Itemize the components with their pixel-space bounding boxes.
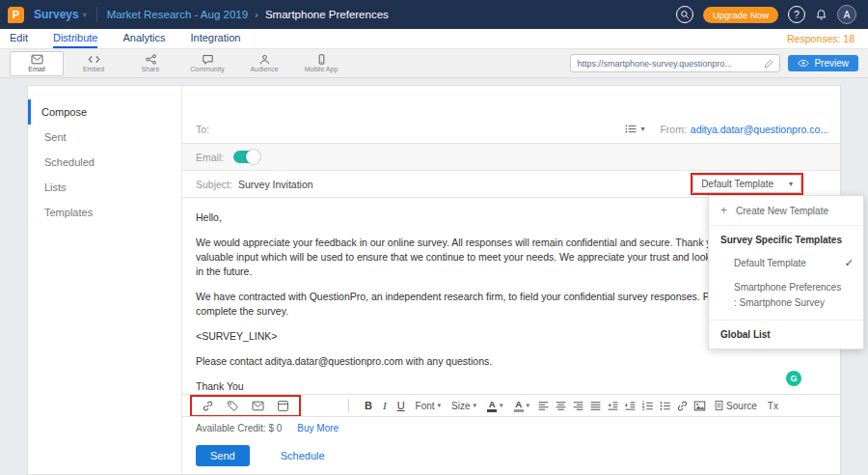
caret-down-icon[interactable]: ▾ xyxy=(640,125,644,133)
italic-button[interactable]: I xyxy=(380,400,390,411)
merge-field-icon[interactable] xyxy=(227,400,239,412)
breadcrumb-survey-group[interactable]: Market Research - Aug 2019 xyxy=(107,9,248,20)
subject-input[interactable]: Survey Invitation xyxy=(238,179,313,190)
avatar[interactable]: A xyxy=(837,5,856,24)
available-credit-label: Available Credit: $ 0 xyxy=(196,423,282,433)
bell-icon[interactable] xyxy=(815,9,827,21)
bg-color-button[interactable]: A▾ xyxy=(511,400,533,412)
from-email[interactable]: aditya.datar@questionpro.co... xyxy=(691,124,828,135)
check-icon: ✓ xyxy=(845,257,854,269)
template-menu: + Create New Template Survey Specific Te… xyxy=(708,195,864,349)
create-template-label: Create New Template xyxy=(736,206,828,216)
channel-tab-label: Community xyxy=(190,66,224,72)
help-icon[interactable]: ? xyxy=(788,6,805,23)
template-dropdown[interactable]: Default Template ▾ xyxy=(692,175,801,193)
caret-down-icon: ▾ xyxy=(474,402,477,409)
questionpro-logo[interactable]: P xyxy=(8,7,24,23)
body-paragraph: Please contact aditya.datar@questionpro.… xyxy=(196,354,821,369)
app-window: P Surveys ▾ Market Research - Aug 2019 ›… xyxy=(0,0,868,475)
source-button[interactable]: Source xyxy=(711,400,760,411)
bold-button[interactable]: B xyxy=(362,400,375,411)
to-input[interactable] xyxy=(209,115,624,143)
toggle-knob xyxy=(246,150,260,164)
insert-link-icon[interactable] xyxy=(202,400,214,412)
sidebar-item-templates[interactable]: Templates xyxy=(28,200,181,225)
menu-item-default-template[interactable]: Default Template ✓ xyxy=(709,250,863,276)
underline-button[interactable]: U xyxy=(394,400,408,411)
channel-tab-email[interactable]: Email xyxy=(10,51,64,76)
search-icon[interactable] xyxy=(676,6,693,23)
indent-icon[interactable] xyxy=(624,400,637,412)
channel-tab-share[interactable]: Share xyxy=(123,50,177,77)
survey-url-field[interactable]: https://smartphone-survey.questionpro... xyxy=(570,54,780,72)
to-row: To: ▾ From: aditya.datar@questionpro.co.… xyxy=(182,115,840,144)
from-label: From: xyxy=(660,124,686,135)
insert-template-icon[interactable] xyxy=(277,400,289,412)
grammarly-icon[interactable]: G xyxy=(786,371,801,386)
menu-analytics[interactable]: Analytics xyxy=(122,29,165,48)
channel-tab-label: Audience xyxy=(250,66,278,72)
pencil-icon[interactable] xyxy=(764,59,773,69)
text-color-button[interactable]: A▾ xyxy=(484,400,506,412)
send-button[interactable]: Send xyxy=(196,445,250,466)
buy-more-link[interactable]: Buy More xyxy=(297,423,339,433)
logo-letter: P xyxy=(13,9,19,20)
schedule-link[interactable]: Schedule xyxy=(281,450,325,461)
menu-distribute[interactable]: Distribute xyxy=(53,29,97,48)
smartphone-template-line2: : Smartphone Survey xyxy=(734,295,854,311)
responses-count[interactable]: Responses: 18 xyxy=(787,29,868,48)
preview-button[interactable]: Preview xyxy=(788,55,858,71)
menu-item-smartphone-template[interactable]: Smartphone Preferences : Smartphone Surv… xyxy=(709,276,863,320)
svg-text:3: 3 xyxy=(642,406,645,411)
align-right-icon[interactable] xyxy=(572,400,584,412)
survey-menubar: Edit Distribute Analytics Integration Re… xyxy=(0,29,868,49)
topbar-left: P Surveys ▾ Market Research - Aug 2019 ›… xyxy=(8,7,389,23)
image-icon[interactable] xyxy=(693,400,706,412)
share-icon xyxy=(145,54,157,65)
product-switcher[interactable]: Surveys ▾ xyxy=(34,8,87,21)
actions-row: Send Schedule xyxy=(182,437,840,474)
remove-format-button[interactable]: Tx xyxy=(765,401,781,411)
menu-section-global-list: Global List xyxy=(709,320,863,349)
align-center-icon[interactable] xyxy=(555,400,567,412)
email-icon xyxy=(31,54,43,65)
smartphone-template-line1: Smartphone Preferences xyxy=(734,280,854,295)
channel-bar-right: https://smartphone-survey.questionpro...… xyxy=(570,54,858,72)
embed-icon xyxy=(88,54,100,65)
sidebar-item-sent[interactable]: Sent xyxy=(28,125,181,150)
email-toggle-row: Email: xyxy=(182,144,840,171)
topbar: P Surveys ▾ Market Research - Aug 2019 ›… xyxy=(0,0,868,29)
upgrade-button[interactable]: Upgrade Now xyxy=(703,7,778,23)
caret-down-icon: ▾ xyxy=(83,11,87,19)
size-dropdown[interactable]: Size▾ xyxy=(448,401,479,411)
preview-label: Preview xyxy=(814,58,849,69)
contact-list-icon[interactable] xyxy=(624,124,637,134)
channel-tab-community[interactable]: Community xyxy=(180,50,234,77)
survey-url-text: https://smartphone-survey.questionpro... xyxy=(577,59,731,69)
menu-item-create-new-template[interactable]: + Create New Template xyxy=(709,196,863,226)
sidebar-item-scheduled[interactable]: Scheduled xyxy=(28,150,181,175)
caret-down-icon: ▾ xyxy=(438,402,442,409)
caret-down-icon: ▾ xyxy=(500,402,503,409)
sidebar-item-lists[interactable]: Lists xyxy=(28,175,181,200)
toolbar-separator xyxy=(348,399,349,412)
audience-icon xyxy=(258,54,271,65)
channel-tab-audience[interactable]: Audience xyxy=(237,50,291,77)
channel-tab-label: Mobile App xyxy=(305,66,339,72)
ordered-list-icon[interactable]: 123 xyxy=(641,400,654,412)
link-icon[interactable] xyxy=(676,400,689,412)
bullet-list-icon[interactable] xyxy=(659,400,671,412)
channel-tab-embed[interactable]: Embed xyxy=(67,50,121,77)
font-dropdown[interactable]: Font▾ xyxy=(413,401,445,411)
menu-integration[interactable]: Integration xyxy=(190,29,240,48)
menu-edit[interactable]: Edit xyxy=(10,29,28,48)
insert-email-icon[interactable] xyxy=(252,401,264,411)
outdent-icon[interactable] xyxy=(607,400,619,412)
breadcrumb-separator: › xyxy=(255,9,258,20)
sidebar-item-compose[interactable]: Compose xyxy=(28,99,181,125)
topbar-divider xyxy=(96,7,97,22)
align-justify-icon[interactable] xyxy=(589,400,602,412)
align-left-icon[interactable] xyxy=(537,400,550,412)
email-toggle[interactable] xyxy=(233,151,260,163)
channel-tab-mobile-app[interactable]: Mobile App xyxy=(294,50,348,77)
